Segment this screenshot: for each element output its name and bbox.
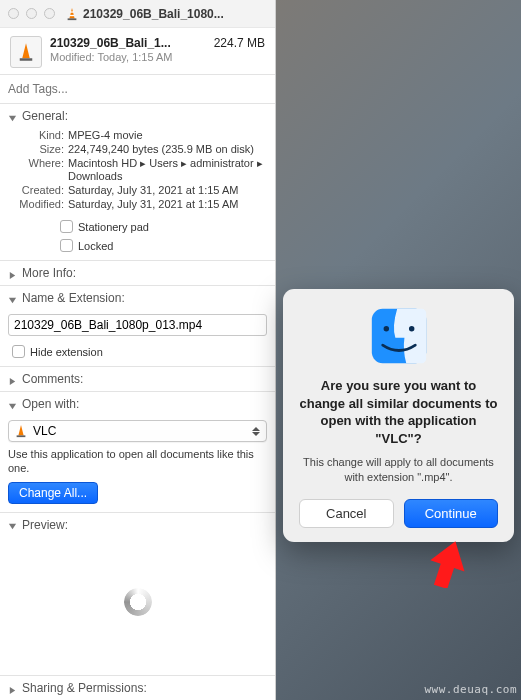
close-window-button[interactable] [8, 8, 19, 19]
hide-extension-row: Hide extension [0, 342, 275, 366]
section-header-open-with[interactable]: Open with: [0, 392, 275, 416]
file-size: 224.7 MB [214, 36, 265, 50]
created-label: Created: [10, 184, 64, 196]
stationery-pad-row: Stationery pad [0, 217, 275, 236]
svg-marker-9 [10, 377, 15, 384]
locked-checkbox[interactable] [60, 239, 73, 252]
svg-marker-11 [18, 425, 23, 436]
section-header-more-info[interactable]: More Info: [0, 261, 275, 285]
open-with-description: Use this application to open all documen… [8, 447, 267, 476]
watermark: www.deuaq.com [424, 683, 517, 696]
svg-marker-14 [10, 686, 15, 693]
continue-button[interactable]: Continue [404, 499, 499, 528]
preview-body [0, 537, 275, 667]
open-with-value: VLC [33, 424, 247, 438]
size-label: Size: [10, 143, 64, 155]
where-value: Macintosh HD ▸ Users ▸ administrator ▸ D… [68, 157, 265, 182]
tags-input[interactable] [6, 79, 269, 99]
svg-marker-8 [9, 297, 16, 302]
finder-icon [370, 307, 428, 365]
vlc-cone-icon [65, 7, 79, 21]
section-label: Name & Extension: [22, 291, 125, 305]
section-name-extension: Name & Extension: Hide extension [0, 286, 275, 367]
svg-marker-13 [9, 524, 16, 529]
chevron-down-icon [8, 400, 17, 409]
section-header-general[interactable]: General: [0, 104, 275, 128]
window-title-text: 210329_06B_Bali_1080... [83, 7, 224, 21]
modified-date: Modified: Today, 1:15 AM [50, 51, 265, 63]
section-header-name-extension[interactable]: Name & Extension: [0, 286, 275, 310]
section-header-comments[interactable]: Comments: [0, 367, 275, 391]
confirm-dialog: Are you sure you want to change all simi… [283, 289, 514, 542]
vlc-cone-icon [14, 424, 28, 438]
chevron-right-icon [8, 269, 17, 278]
change-all-button[interactable]: Change All... [8, 482, 98, 504]
section-label: Open with: [22, 397, 79, 411]
filename-input[interactable] [8, 314, 267, 336]
tags-field-container [0, 75, 275, 104]
where-label: Where: [10, 157, 64, 182]
locked-row: Locked [0, 236, 275, 260]
dialog-button-row: Cancel Continue [299, 499, 498, 528]
dialog-message: This change will apply to all documents … [299, 455, 498, 485]
svg-marker-10 [9, 403, 16, 408]
svg-point-17 [408, 326, 413, 331]
svg-marker-18 [428, 540, 468, 588]
section-sharing-permissions: Sharing & Permissions: [0, 676, 275, 700]
chevron-down-icon [8, 294, 17, 303]
hide-extension-label: Hide extension [30, 346, 103, 358]
file-header: 210329_06B_Bali_1... 224.7 MB Modified: … [0, 28, 275, 75]
section-header-preview[interactable]: Preview: [0, 513, 275, 537]
section-label: More Info: [22, 266, 76, 280]
traffic-lights [8, 8, 55, 19]
section-header-sharing[interactable]: Sharing & Permissions: [0, 676, 275, 700]
titlebar[interactable]: 210329_06B_Bali_1080... [0, 0, 275, 28]
get-info-window: 210329_06B_Bali_1080... 210329_06B_Bali_… [0, 0, 276, 700]
annotation-arrow-icon [428, 540, 468, 588]
hide-extension-checkbox[interactable] [12, 345, 25, 358]
section-label: Comments: [22, 372, 83, 386]
section-label: Preview: [22, 518, 68, 532]
modified-value: Saturday, July 31, 2021 at 1:15 AM [68, 198, 265, 210]
svg-marker-4 [22, 43, 30, 58]
minimize-window-button[interactable] [26, 8, 37, 19]
size-value: 224,749,240 bytes (235.9 MB on disk) [68, 143, 265, 155]
locked-label: Locked [78, 240, 113, 252]
updown-icon [252, 427, 261, 436]
chevron-right-icon [8, 684, 17, 693]
section-label: General: [22, 109, 68, 123]
svg-rect-5 [20, 58, 33, 61]
stationery-pad-checkbox[interactable] [60, 220, 73, 233]
section-preview: Preview: [0, 513, 275, 676]
modified-label: Modified: [10, 198, 64, 210]
svg-marker-7 [10, 271, 15, 278]
kind-label: Kind: [10, 129, 64, 141]
open-with-select[interactable]: VLC [8, 420, 267, 442]
section-label: Sharing & Permissions: [22, 681, 147, 695]
file-name: 210329_06B_Bali_1... [50, 36, 171, 50]
stationery-pad-label: Stationery pad [78, 221, 149, 233]
kind-value: MPEG-4 movie [68, 129, 265, 141]
svg-marker-0 [69, 7, 74, 18]
dialog-title: Are you sure you want to change all simi… [299, 377, 498, 447]
svg-rect-12 [17, 435, 26, 437]
svg-point-16 [383, 326, 388, 331]
created-value: Saturday, July 31, 2021 at 1:15 AM [68, 184, 265, 196]
loading-spinner-icon [124, 588, 152, 616]
svg-rect-3 [68, 18, 77, 20]
zoom-window-button[interactable] [44, 8, 55, 19]
cancel-button[interactable]: Cancel [299, 499, 394, 528]
file-thumbnail [10, 36, 42, 68]
section-more-info: More Info: [0, 261, 275, 286]
window-title: 210329_06B_Bali_1080... [65, 7, 267, 21]
chevron-down-icon [8, 520, 17, 529]
section-open-with: Open with: VLC Use this application to o… [0, 392, 275, 513]
section-general: General: Kind:MPEG-4 movie Size:224,749,… [0, 104, 275, 261]
svg-marker-6 [9, 115, 16, 120]
svg-rect-2 [70, 14, 75, 15]
chevron-down-icon [8, 112, 17, 121]
chevron-right-icon [8, 375, 17, 384]
svg-rect-1 [70, 11, 74, 12]
section-comments: Comments: [0, 367, 275, 392]
